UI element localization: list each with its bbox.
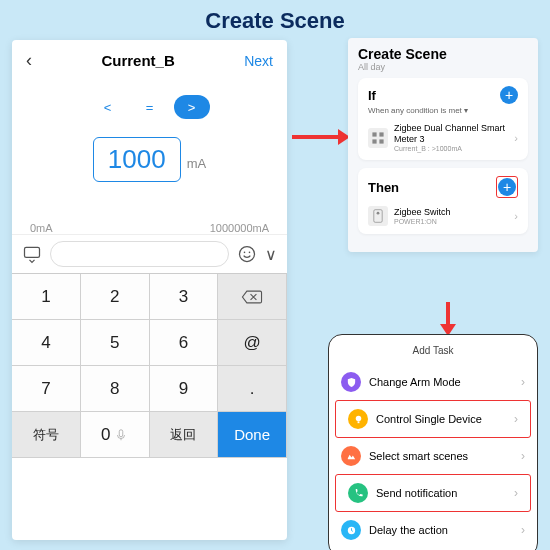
bulb-icon (348, 409, 368, 429)
less-than-button[interactable]: < (90, 95, 126, 119)
shield-icon (341, 372, 361, 392)
scene-subtitle: All day (358, 62, 528, 72)
next-button[interactable]: Next (244, 53, 273, 69)
smile-icon[interactable] (237, 244, 257, 264)
svg-rect-6 (379, 132, 383, 136)
value-input[interactable]: 1000 (93, 137, 181, 182)
svg-rect-9 (374, 210, 382, 223)
device-name: Zigbee Switch (394, 207, 508, 218)
equal-button[interactable]: = (132, 95, 168, 119)
chevron-right-icon: › (521, 523, 525, 537)
comparator-row: < = > (12, 95, 287, 119)
svg-rect-5 (372, 132, 376, 136)
device-name: Zigbee Dual Channel Smart Meter 3 (394, 123, 508, 145)
chevron-right-icon: › (514, 210, 518, 222)
chevron-right-icon: › (514, 412, 518, 426)
key-3[interactable]: 3 (150, 274, 219, 320)
task-control-device[interactable]: Control Single Device › (336, 401, 530, 437)
device-icon (368, 128, 388, 148)
device-action: POWER1:ON (394, 218, 508, 225)
key-4[interactable]: 4 (12, 320, 81, 366)
svg-rect-0 (25, 247, 40, 257)
chevron-down-icon: ▾ (464, 106, 468, 115)
if-label: If (368, 88, 376, 103)
chevron-right-icon: › (514, 132, 518, 144)
svg-point-3 (249, 252, 251, 254)
arrow-down-icon (446, 302, 450, 326)
task-change-arm-mode[interactable]: Change Arm Mode › (329, 364, 537, 400)
value-row: 1000 mA (12, 137, 287, 182)
svg-point-1 (240, 247, 255, 262)
chevron-right-icon: › (521, 375, 525, 389)
condition-device-row[interactable]: Zigbee Dual Channel Smart Meter 3 Curren… (368, 123, 518, 152)
task-select-scenes[interactable]: Select smart scenes › (329, 438, 537, 474)
chevron-right-icon: › (521, 449, 525, 463)
phone-icon (348, 483, 368, 503)
range-min: 0mA (30, 222, 53, 234)
task-send-notification[interactable]: Send notification › (336, 475, 530, 511)
svg-rect-8 (379, 139, 383, 143)
switch-icon (368, 206, 388, 226)
task-delay-action[interactable]: Delay the action › (329, 512, 537, 548)
header-title: Current_B (101, 52, 174, 69)
header: ‹ Current_B Next (12, 40, 287, 81)
task-label: Change Arm Mode (369, 376, 513, 388)
svg-point-10 (377, 212, 380, 215)
then-label: Then (368, 180, 399, 195)
svg-rect-7 (372, 139, 376, 143)
key-dot[interactable]: . (218, 366, 287, 412)
task-label: Control Single Device (376, 413, 506, 425)
key-0[interactable]: 0 (81, 412, 150, 458)
key-backspace[interactable] (218, 274, 287, 320)
task-label: Select smart scenes (369, 450, 513, 462)
keypad: 1 2 3 4 5 6 @ 7 8 9 . 符号 0 返回 Done (12, 273, 287, 458)
text-field[interactable] (50, 241, 229, 267)
clock-icon (341, 520, 361, 540)
scene-icon (341, 446, 361, 466)
keyboard-down-icon[interactable] (22, 244, 42, 264)
task-label: Send notification (376, 487, 506, 499)
if-card: If + When any condition is met ▾ Zigbee … (358, 78, 528, 160)
svg-rect-12 (357, 421, 359, 423)
expand-icon[interactable]: ∨ (265, 245, 277, 264)
if-condition-text[interactable]: When any condition is met ▾ (368, 106, 518, 115)
add-task-button[interactable]: + (498, 178, 516, 196)
key-6[interactable]: 6 (150, 320, 219, 366)
key-5[interactable]: 5 (81, 320, 150, 366)
then-card: Then + Zigbee Switch POWER1:ON › (358, 168, 528, 234)
chevron-right-icon: › (514, 486, 518, 500)
add-condition-button[interactable]: + (500, 86, 518, 104)
key-done[interactable]: Done (218, 412, 287, 458)
arrow-right-icon (292, 135, 340, 139)
key-7[interactable]: 7 (12, 366, 81, 412)
range-labels: 0mA 1000000mA (12, 222, 287, 234)
create-scene-panel: Create Scene All day If + When any condi… (348, 38, 538, 252)
mic-icon (114, 427, 128, 443)
input-bar: ∨ (12, 234, 287, 273)
svg-point-11 (355, 415, 361, 421)
key-return[interactable]: 返回 (150, 412, 219, 458)
add-task-panel: Add Task Change Arm Mode › Control Singl… (328, 334, 538, 550)
key-9[interactable]: 9 (150, 366, 219, 412)
key-2[interactable]: 2 (81, 274, 150, 320)
key-8[interactable]: 8 (81, 366, 150, 412)
value-editor-panel: ‹ Current_B Next < = > 1000 mA 0mA 10000… (12, 40, 287, 540)
greater-than-button[interactable]: > (174, 95, 210, 119)
key-1[interactable]: 1 (12, 274, 81, 320)
unit-label: mA (187, 156, 207, 171)
key-at[interactable]: @ (218, 320, 287, 366)
key-symbols[interactable]: 符号 (12, 412, 81, 458)
action-device-row[interactable]: Zigbee Switch POWER1:ON › (368, 206, 518, 226)
scene-title: Create Scene (358, 46, 528, 62)
page-title: Create Scene (0, 8, 550, 34)
add-task-title: Add Task (329, 345, 537, 356)
range-max: 1000000mA (210, 222, 269, 234)
svg-point-2 (244, 252, 246, 254)
task-label: Delay the action (369, 524, 513, 536)
device-condition: Current_B : >1000mA (394, 145, 508, 152)
back-button[interactable]: ‹ (26, 50, 32, 71)
svg-rect-4 (120, 429, 124, 436)
